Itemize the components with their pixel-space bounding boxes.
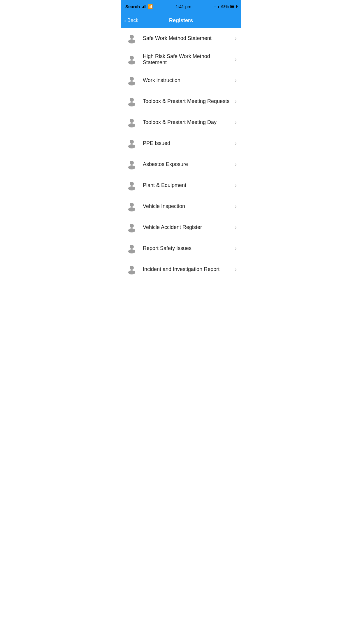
svg-point-1	[128, 39, 135, 43]
chevron-right-icon: ›	[235, 245, 237, 251]
svg-point-16	[130, 203, 134, 207]
list-item-incident-investigation-report[interactable]: Incident and Investigation Report ›	[121, 259, 241, 280]
svg-point-18	[130, 224, 134, 228]
list-item-toolbox-prestart-meeting-day[interactable]: Toolbox & Prestart Meeting Day ›	[121, 112, 241, 133]
chevron-right-icon: ›	[235, 119, 237, 125]
item-label: Report Safety Issues	[143, 245, 235, 251]
person-icon	[125, 53, 138, 66]
svg-point-20	[130, 245, 134, 249]
person-icon	[125, 221, 138, 234]
chevron-right-icon: ›	[235, 161, 237, 167]
carrier-info: Search 📶	[125, 4, 153, 9]
svg-point-11	[128, 144, 135, 148]
person-icon	[125, 200, 138, 213]
svg-point-10	[130, 140, 134, 144]
svg-point-4	[130, 77, 134, 81]
chevron-right-icon: ›	[235, 266, 237, 272]
item-label: Vehicle Accident Register	[143, 224, 235, 230]
svg-point-13	[128, 165, 135, 169]
chevron-right-icon: ›	[235, 140, 237, 146]
svg-point-15	[128, 186, 135, 190]
list-item-report-safety-issues[interactable]: Report Safety Issues ›	[121, 238, 241, 259]
chevron-right-icon: ›	[235, 56, 237, 62]
time-display: 1:41 pm	[175, 4, 191, 9]
list-item-ppe-issued[interactable]: PPE Issued ›	[121, 133, 241, 154]
battery-percentage: 68%	[221, 4, 229, 9]
back-chevron-icon: ‹	[124, 18, 126, 23]
svg-point-5	[128, 81, 135, 85]
svg-point-19	[128, 228, 135, 232]
item-label: Vehicle Inspection	[143, 203, 235, 209]
chevron-right-icon: ›	[235, 203, 237, 209]
chevron-right-icon: ›	[235, 77, 237, 83]
list-item-vehicle-inspection[interactable]: Vehicle Inspection ›	[121, 196, 241, 217]
list-item-high-risk-safe-work-method-statement[interactable]: High Risk Safe Work Method Statement ›	[121, 49, 241, 70]
svg-point-12	[130, 161, 134, 165]
svg-point-6	[130, 98, 134, 102]
nav-bar: ‹ Back Registers	[121, 13, 241, 28]
person-icon	[125, 116, 138, 129]
location-icon: ↑	[214, 4, 216, 9]
person-icon	[125, 263, 138, 276]
list-item-work-instruction[interactable]: Work instruction ›	[121, 70, 241, 91]
status-bar: Search 📶 1:41 pm ↑ ⬧ 68%	[121, 0, 241, 13]
svg-point-22	[130, 266, 134, 270]
list-item-vehicle-accident-register[interactable]: Vehicle Accident Register ›	[121, 217, 241, 238]
svg-point-0	[130, 35, 134, 39]
item-label: Plant & Equipment	[143, 182, 235, 188]
item-label: Toolbox & Prestart Meeting Day	[143, 119, 235, 125]
item-label: Work instruction	[143, 77, 235, 83]
chevron-right-icon: ›	[235, 35, 237, 41]
list-item-toolbox-prestart-meeting-requests[interactable]: Toolbox & Prestart Meeting Requests ›	[121, 91, 241, 112]
svg-point-21	[128, 249, 135, 253]
item-label: PPE Issued	[143, 140, 235, 146]
page-title: Registers	[169, 18, 193, 24]
list-item-safe-work-method-statement[interactable]: Safe Work Method Statement ›	[121, 28, 241, 49]
svg-point-14	[130, 182, 134, 186]
item-label: Asbestos Exposure	[143, 161, 235, 167]
bluetooth-icon: ⬧	[217, 4, 220, 9]
item-label: High Risk Safe Work Method Statement	[143, 53, 235, 66]
svg-point-17	[128, 207, 135, 211]
back-label: Back	[127, 18, 138, 23]
person-icon	[125, 95, 138, 108]
person-icon	[125, 158, 138, 171]
svg-point-2	[130, 56, 134, 60]
person-icon	[125, 32, 138, 45]
chevron-right-icon: ›	[235, 182, 237, 188]
svg-point-7	[128, 102, 135, 106]
item-label: Safe Work Method Statement	[143, 35, 235, 41]
svg-point-9	[128, 123, 135, 127]
person-icon	[125, 137, 138, 150]
person-icon	[125, 242, 138, 255]
battery-icon	[230, 5, 237, 8]
item-label: Incident and Investigation Report	[143, 266, 235, 272]
chevron-right-icon: ›	[235, 224, 237, 230]
svg-point-23	[128, 270, 135, 274]
list-item-plant-equipment[interactable]: Plant & Equipment ›	[121, 175, 241, 196]
person-icon	[125, 179, 138, 192]
svg-point-3	[128, 60, 135, 64]
list-item-asbestos-exposure[interactable]: Asbestos Exposure ›	[121, 154, 241, 175]
wifi-icon: 📶	[148, 4, 153, 9]
item-label: Toolbox & Prestart Meeting Requests	[143, 98, 235, 104]
carrier-label: Search	[125, 4, 140, 9]
back-button[interactable]: ‹ Back	[124, 18, 138, 23]
svg-point-8	[130, 119, 134, 123]
person-icon	[125, 74, 138, 87]
registers-list: Safe Work Method Statement › High Risk S…	[121, 28, 241, 280]
chevron-right-icon: ›	[235, 98, 237, 104]
battery-info: ↑ ⬧ 68%	[214, 4, 237, 9]
signal-icon	[142, 5, 146, 8]
